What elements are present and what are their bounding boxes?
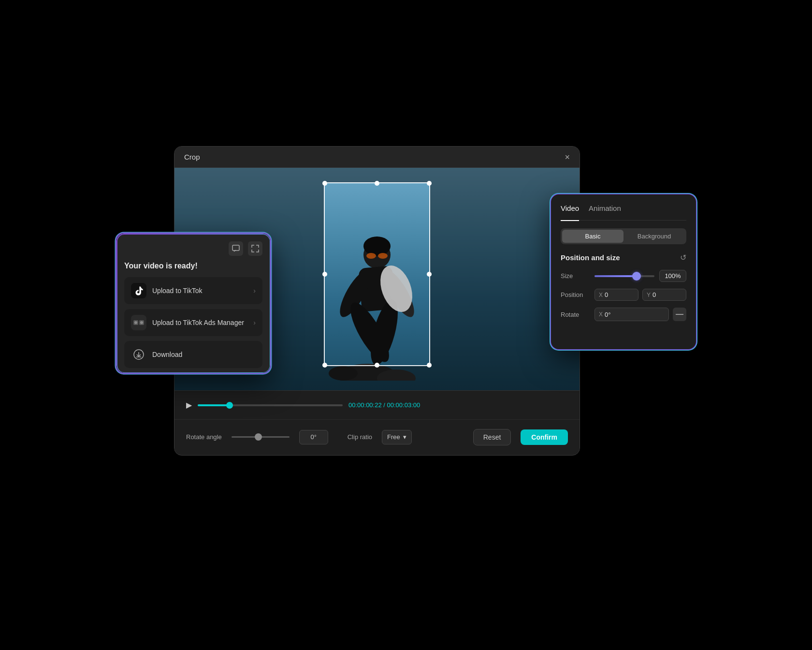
size-label: Size [561, 272, 590, 280]
crop-handle-bottom-middle[interactable] [375, 363, 379, 368]
size-slider-filled [594, 275, 637, 277]
ready-panel: Your video is ready! Upload to TikTok › [116, 233, 271, 373]
size-slider[interactable] [594, 275, 654, 277]
clip-ratio-select[interactable]: Free ▾ [382, 430, 412, 444]
timeline-track[interactable] [198, 404, 343, 406]
props-tabs: Video Animation [561, 204, 686, 221]
rotate-angle-label: Rotate angle [186, 433, 222, 441]
rotate-slider[interactable] [232, 436, 290, 438]
upload-ads-item[interactable]: Upload to TikTok Ads Manager › [124, 309, 262, 336]
ready-title: Your video is ready! [124, 262, 262, 270]
upload-ads-label: Upload to TikTok Ads Manager [152, 319, 244, 326]
crop-window-title: Crop [184, 153, 200, 161]
time-display: 00:00:00:22 / 00:00:03:00 [348, 401, 420, 409]
crop-handle-top-right[interactable] [427, 181, 432, 186]
clip-ratio-label: Clip ratio [348, 433, 372, 441]
position-y-field[interactable]: Y 0 [642, 289, 686, 301]
rotate-slider-thumb[interactable] [255, 433, 262, 441]
angle-input[interactable]: 0° [299, 430, 328, 444]
y-axis-label: Y [647, 292, 651, 298]
playback-area: ▶ 00:00:00:22 / 00:00:03:00 [186, 400, 568, 410]
size-slider-thumb[interactable] [632, 272, 641, 281]
timeline-progress [198, 404, 230, 406]
position-label: Position [561, 291, 590, 298]
size-row: Size 100% [561, 270, 686, 282]
scene: Crop × [116, 107, 696, 543]
download-icon [131, 347, 146, 362]
props-panel: Video Animation Basic Background Positio… [551, 194, 696, 349]
comment-icon-button[interactable] [229, 241, 243, 256]
rotate-x-field[interactable]: X 0° [594, 308, 669, 321]
crop-handle-top-middle[interactable] [375, 181, 379, 186]
crop-controls: ▶ 00:00:00:22 / 00:00:03:00 [174, 390, 580, 419]
crop-handle-bottom-right[interactable] [427, 363, 432, 368]
svg-point-12 [329, 366, 358, 381]
upload-ads-left: Upload to TikTok Ads Manager [131, 315, 244, 330]
rotate-row: Rotate X 0° — [561, 308, 686, 321]
play-button[interactable]: ▶ [186, 400, 192, 410]
svg-rect-13 [232, 245, 239, 251]
upload-tiktok-left: Upload to TikTok [131, 283, 203, 298]
crop-handle-bottom-left[interactable] [322, 363, 327, 368]
close-icon[interactable]: × [565, 153, 570, 162]
crop-bottom-bar: Rotate angle 0° Clip ratio Free ▾ Reset … [174, 419, 580, 454]
rotate-group: X 0° — [594, 308, 686, 321]
expand-icon-button[interactable] [248, 241, 262, 256]
tiktok-icon [131, 283, 146, 298]
download-label: Download [152, 351, 182, 358]
subtab-background[interactable]: Background [624, 230, 685, 243]
position-y-value: 0 [652, 291, 656, 298]
rotate-x-value: 0° [605, 311, 610, 318]
upload-tiktok-label: Upload to TikTok [152, 287, 203, 295]
rotate-label: Rotate [561, 311, 590, 318]
crop-titlebar: Crop × [174, 147, 580, 168]
chevron-right-icon: › [253, 287, 256, 295]
panel-top-icons [124, 241, 262, 256]
svg-point-17 [134, 321, 137, 324]
svg-point-18 [140, 321, 143, 324]
timeline-thumb[interactable] [226, 402, 233, 409]
tab-video[interactable]: Video [561, 204, 579, 221]
upload-tiktok-item[interactable]: Upload to TikTok › [124, 277, 262, 304]
download-left: Download [131, 347, 182, 362]
tab-animation[interactable]: Animation [589, 204, 621, 215]
download-item[interactable]: Download [124, 341, 262, 368]
crop-handle-middle-right[interactable] [427, 272, 432, 277]
reset-position-icon[interactable]: ↺ [680, 253, 686, 262]
props-subtabs: Basic Background [561, 228, 686, 244]
position-size-section: Position and size ↺ [561, 253, 686, 262]
crop-handle-top-left[interactable] [322, 181, 327, 186]
chevron-down-icon: ▾ [403, 433, 406, 441]
rotate-x-axis-label: X [599, 311, 603, 318]
rotate-minus-button[interactable]: — [673, 308, 686, 321]
tiktok-ads-icon [131, 315, 146, 330]
confirm-button[interactable]: Confirm [521, 429, 568, 445]
x-axis-label: X [599, 292, 603, 298]
subtab-basic[interactable]: Basic [562, 230, 624, 243]
position-x-value: 0 [605, 291, 608, 298]
position-x-field[interactable]: X 0 [594, 289, 638, 301]
position-size-title: Position and size [561, 253, 620, 262]
crop-overlay[interactable] [324, 182, 430, 366]
position-row: Position X 0 Y 0 [561, 289, 686, 301]
crop-handle-middle-left[interactable] [322, 272, 327, 277]
coord-group: X 0 Y 0 [594, 289, 686, 301]
chevron-right-icon-2: › [253, 319, 256, 326]
size-value[interactable]: 100% [659, 270, 686, 282]
reset-button[interactable]: Reset [473, 429, 511, 445]
